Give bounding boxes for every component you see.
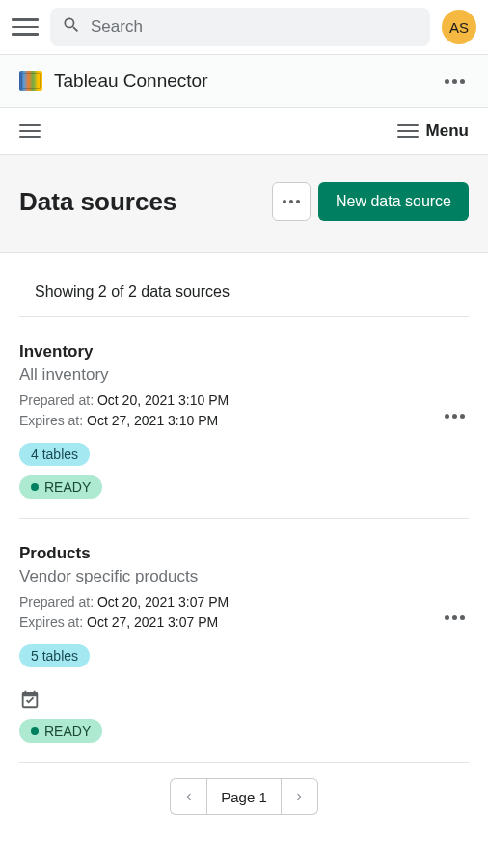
menu-toggle[interactable]: Menu [397,122,469,141]
main-menu-button[interactable] [12,14,39,41]
secondary-menu-icon[interactable] [19,122,41,140]
menu-label: Menu [426,122,469,141]
page-label: Page 1 [206,778,282,815]
item-description: Vendor specific products [19,567,469,586]
chevron-left-icon [182,790,196,803]
chevron-right-icon [292,790,306,803]
item-prepared: Prepared at: Oct 20, 2021 3:10 PM [19,391,469,411]
connector-title: Tableau Connector [54,70,429,92]
avatar[interactable]: AS [442,10,476,44]
search-placeholder: Search [91,17,143,37]
connector-more-button[interactable] [441,75,469,88]
item-expires: Expires at: Oct 27, 2021 3:10 PM [19,411,469,431]
page-title: Data sources [19,187,176,217]
item-expires: Expires at: Oct 27, 2021 3:07 PM [19,612,469,633]
status-badge: READY [19,719,102,743]
next-page-button[interactable] [282,778,318,815]
tables-badge: 4 tables [19,443,90,466]
prev-page-button[interactable] [170,778,206,815]
tableau-connector-icon [19,71,42,91]
new-data-source-button[interactable]: New data source [318,182,469,221]
status-badge: READY [19,475,102,499]
item-more-button[interactable] [441,611,469,624]
item-description: All inventory [19,366,469,385]
item-prepared: Prepared at: Oct 20, 2021 3:07 PM [19,592,469,612]
calendar-check-icon [19,689,41,710]
data-source-item: Inventory All inventory Prepared at: Oct… [19,333,469,519]
search-input[interactable]: Search [50,8,430,46]
item-name[interactable]: Products [19,544,469,563]
tables-badge: 5 tables [19,644,90,667]
item-more-button[interactable] [441,410,469,422]
search-icon [62,15,81,39]
data-source-item: Products Vendor specific products Prepar… [19,534,469,763]
showing-count: Showing 2 of 2 data sources [19,276,469,317]
item-name[interactable]: Inventory [19,342,469,362]
page-more-button[interactable] [272,182,311,221]
